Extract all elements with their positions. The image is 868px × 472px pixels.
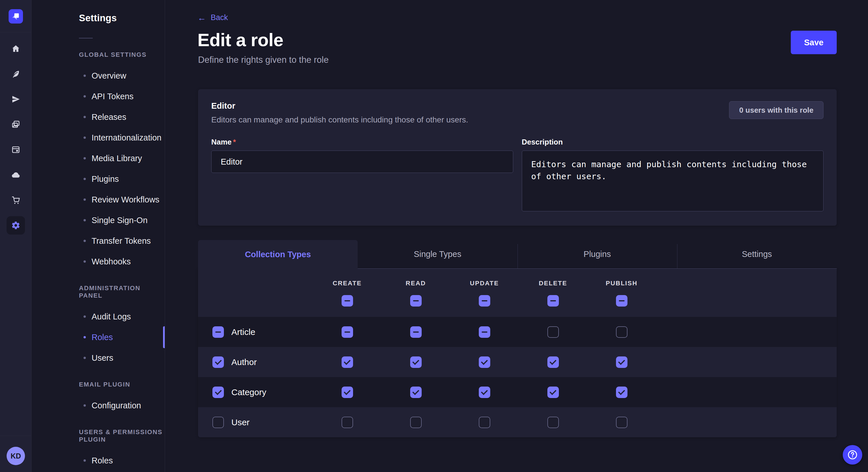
row-label-article: Article — [231, 327, 255, 337]
sidebar-item-transfer-tokens[interactable]: Transfer Tokens — [32, 231, 165, 251]
rail-divider — [0, 32, 31, 32]
sidebar-item-providers[interactable]: Providers — [32, 471, 165, 472]
category-read-checkbox[interactable] — [410, 386, 422, 398]
bullet-icon — [84, 240, 86, 242]
tab-plugins[interactable]: Plugins — [518, 240, 677, 269]
sidebar-item-audit-logs[interactable]: Audit Logs — [32, 306, 165, 327]
row-checkbox-article[interactable] — [212, 326, 224, 338]
deploy-send-icon[interactable] — [7, 90, 25, 108]
sidebar-item-webhooks[interactable]: Webhooks — [32, 251, 165, 272]
select-all-delete-checkbox[interactable] — [547, 295, 559, 307]
user-publish-checkbox[interactable] — [616, 417, 627, 428]
section-label-email-plugin: EMAIL PLUGIN — [79, 381, 165, 388]
author-update-checkbox[interactable] — [479, 357, 490, 368]
select-all-publish-checkbox[interactable] — [616, 295, 627, 307]
question-mark-icon — [847, 449, 858, 460]
bullet-icon — [84, 460, 86, 462]
select-all-update-checkbox[interactable] — [479, 295, 490, 307]
tab-collection-types[interactable]: Collection Types — [198, 240, 358, 269]
role-details-card: Editor Editors can manage and publish co… — [198, 89, 837, 226]
bullet-icon — [84, 315, 86, 318]
article-create-checkbox[interactable] — [342, 326, 353, 338]
author-publish-checkbox[interactable] — [616, 357, 627, 368]
sidebar-title: Settings — [79, 12, 165, 24]
article-publish-checkbox[interactable] — [616, 326, 627, 338]
table-row-user: User — [198, 407, 837, 437]
role-description-text: Editors can manage and publish contents … — [211, 115, 468, 125]
bullet-icon — [84, 219, 86, 222]
strapi-logo-icon — [11, 11, 21, 21]
users-with-role-button[interactable]: 0 users with this role — [729, 101, 824, 119]
row-checkbox-category[interactable] — [212, 386, 224, 398]
user-create-checkbox[interactable] — [342, 417, 353, 428]
strapi-logo[interactable] — [9, 9, 23, 24]
select-all-read-checkbox[interactable] — [410, 295, 422, 307]
page-title: Edit a role — [197, 30, 868, 50]
permissions-table-header: CREATE READ UPDATE DELETE PUBLISH — [198, 269, 837, 317]
bullet-icon — [84, 157, 86, 160]
settings-sidebar: Settings GLOBAL SETTINGS Overview API To… — [32, 0, 165, 472]
sidebar-item-overview[interactable]: Overview — [32, 65, 165, 86]
select-all-create-checkbox[interactable] — [342, 295, 353, 307]
role-name-input[interactable] — [211, 150, 513, 173]
section-label-global-settings: GLOBAL SETTINGS — [79, 51, 165, 59]
bullet-icon — [84, 95, 86, 98]
bullet-icon — [84, 178, 86, 180]
sidebar-item-plugins[interactable]: Plugins — [32, 169, 165, 189]
purchases-cart-icon[interactable] — [7, 191, 25, 209]
column-header-publish: PUBLISH — [606, 279, 638, 287]
bullet-icon — [84, 136, 86, 139]
bullet-icon — [84, 357, 86, 359]
name-field-label: Name — [211, 138, 231, 146]
back-link[interactable]: ← Back — [197, 13, 228, 22]
sidebar-item-review-workflows[interactable]: Review Workflows — [32, 189, 165, 210]
help-button[interactable] — [843, 445, 862, 465]
media-library-icon[interactable] — [7, 115, 25, 134]
required-asterisk: * — [233, 138, 236, 146]
user-delete-checkbox[interactable] — [547, 417, 559, 428]
tab-single-types[interactable]: Single Types — [358, 240, 517, 269]
category-delete-checkbox[interactable] — [547, 386, 559, 398]
user-update-checkbox[interactable] — [479, 417, 490, 428]
sidebar-item-users[interactable]: Users — [32, 347, 165, 368]
user-avatar[interactable]: KD — [7, 447, 25, 465]
page-subtitle: Define the rights given to the role — [198, 55, 868, 65]
permissions-section: Collection Types Single Types Plugins Se… — [198, 240, 837, 437]
article-update-checkbox[interactable] — [479, 326, 490, 338]
table-row-author: Author — [198, 347, 837, 377]
user-read-checkbox[interactable] — [410, 417, 422, 428]
column-header-read: READ — [406, 279, 426, 287]
category-update-checkbox[interactable] — [479, 386, 490, 398]
content-type-builder-feather-icon[interactable] — [7, 65, 25, 83]
sidebar-item-internationalization[interactable]: Internationalization — [32, 127, 165, 148]
category-create-checkbox[interactable] — [342, 386, 353, 398]
author-create-checkbox[interactable] — [342, 357, 353, 368]
sidebar-item-roles-active[interactable]: Roles — [32, 327, 165, 347]
table-row-article: Article — [198, 317, 837, 347]
save-button[interactable]: Save — [791, 31, 837, 54]
sidebar-item-up-roles[interactable]: Roles — [32, 450, 165, 471]
marketplace-layout-icon[interactable] — [7, 140, 25, 159]
sidebar-item-single-sign-on[interactable]: Single Sign-On — [32, 210, 165, 231]
article-read-checkbox[interactable] — [410, 326, 422, 338]
author-read-checkbox[interactable] — [410, 357, 422, 368]
tab-settings[interactable]: Settings — [677, 240, 837, 269]
category-publish-checkbox[interactable] — [616, 386, 627, 398]
sidebar-item-media-library[interactable]: Media Library — [32, 148, 165, 169]
settings-gear-icon[interactable] — [7, 216, 25, 235]
sidebar-item-configuration[interactable]: Configuration — [32, 395, 165, 416]
back-label: Back — [211, 13, 228, 22]
bullet-icon — [84, 116, 86, 118]
role-description-textarea[interactable]: Editors can manage and publish contents … — [522, 150, 824, 211]
row-checkbox-user[interactable] — [212, 417, 224, 428]
table-row-category: Category — [198, 377, 837, 407]
home-icon[interactable] — [7, 40, 25, 58]
sidebar-item-api-tokens[interactable]: API Tokens — [32, 86, 165, 107]
nav-rail: KD — [0, 0, 32, 472]
sidebar-item-releases[interactable]: Releases — [32, 107, 165, 127]
author-delete-checkbox[interactable] — [547, 357, 559, 368]
cloud-icon[interactable] — [7, 166, 25, 184]
article-delete-checkbox[interactable] — [547, 326, 559, 338]
section-label-administration-panel: ADMINISTRATION PANEL — [79, 284, 165, 299]
row-checkbox-author[interactable] — [212, 357, 224, 368]
